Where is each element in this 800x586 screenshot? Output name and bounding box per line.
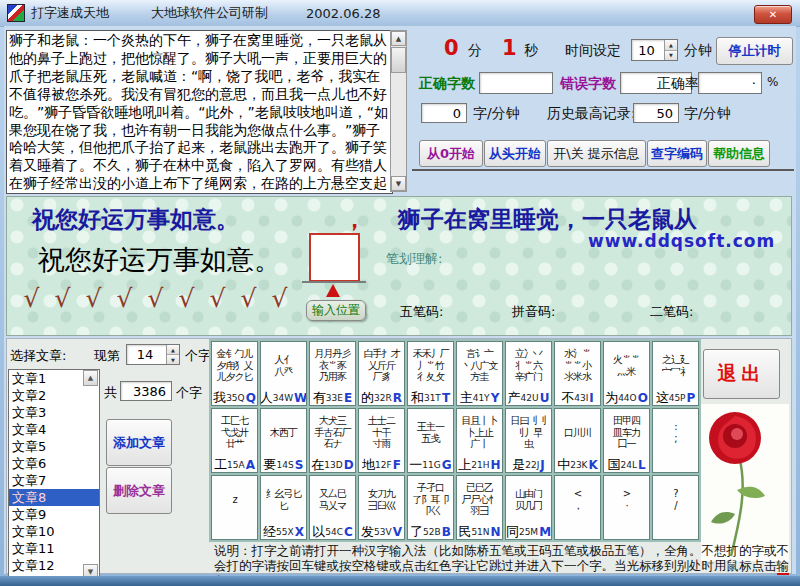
wubi-key-cell[interactable]: 木西丁要14SS: [260, 408, 307, 473]
input-position-box[interactable]: [309, 233, 360, 282]
wubi-roots: 山由门贝几冂: [506, 476, 551, 523]
title-bar[interactable]: 打字速成天地 大地球软件公司研制 2002.06.28: [0, 0, 800, 27]
wubi-key-cell[interactable]: 口川川中23KK: [554, 408, 601, 473]
wubi-key-cell[interactable]: 白手扌才乂斤斤厂豸的32RR: [358, 341, 405, 406]
source-text-area[interactable]: 狮子和老鼠：一个炎热的下午，狮子在窝里睡觉，一只老鼠从他的鼻子上跑过，把他惊醒了…: [6, 30, 393, 194]
current-char[interactable]: ，: [343, 204, 366, 235]
exit-button[interactable]: 退出: [703, 349, 780, 399]
stop-timer-button[interactable]: 停止计时: [716, 37, 793, 65]
input-position-arrow-icon: [326, 284, 340, 297]
wubi-roots: 大犬三手古石厂石ナ: [310, 409, 355, 456]
scroll-thumb[interactable]: [391, 47, 406, 73]
wubi-key-cell[interactable]: 工匚七弋戈廾廿艹工15AA: [211, 408, 258, 473]
spin-down-icon[interactable]: ▼: [665, 51, 677, 61]
wubi-key-label: 地12FF: [359, 456, 404, 472]
wubi-roots: 金钅勹儿夕甪犭乂儿夕ク匕: [212, 342, 257, 389]
close-button[interactable]: ✕: [754, 5, 792, 24]
wubi-roots: 白手扌才乂斤斤厂豸: [359, 342, 404, 389]
spin-up-icon[interactable]: ▲: [665, 40, 677, 51]
current-char-spinner[interactable]: 14 ▲ ▼: [126, 344, 180, 365]
wubi-roots: 已巳乙尸尸心忄羽⺕: [457, 476, 502, 523]
wubi-key-cell[interactable]: 山由门贝几冂同25MM: [505, 475, 552, 540]
wubi-key-label: 主41YY: [457, 389, 502, 405]
wubi-key-cell[interactable]: 目且丨卜卜上止广丨上21HH: [456, 408, 503, 473]
speed-unit-label: 字/分钟: [473, 105, 520, 123]
stats-separator: [412, 169, 794, 171]
wubi-key-cell[interactable]: 月月丹彡衣⺌豕乃用豕有33EE: [309, 341, 356, 406]
scroll-down-button[interactable]: ▼: [391, 176, 406, 191]
checkmarks: √√√√√√√√√: [16, 284, 295, 313]
help-button[interactable]: 帮助信息: [708, 140, 770, 167]
wubi-key-label: 经55XX: [261, 523, 306, 539]
wubi-key-cell[interactable]: <，: [554, 475, 601, 540]
wubi-key-label: 同25MM: [506, 523, 551, 539]
wubi-roots: 纟幺弓匕匕: [261, 476, 306, 523]
wubi-key-cell[interactable]: 又厶巳马乂マ以54CC: [309, 475, 356, 540]
wubi-key-cell[interactable]: 言讠亠丶八广文方圭主41YY: [456, 341, 503, 406]
wubi-key-cell[interactable]: 禾禾丿厂丿⺌竹彳夂攵和31TT: [407, 341, 454, 406]
time-setting-spinner[interactable]: 10 ▲ ▼: [631, 39, 678, 61]
spin-up-icon[interactable]: ▲: [167, 345, 179, 355]
text-scrollbar[interactable]: ▲ ▼: [390, 30, 407, 192]
wubi-key-cell[interactable]: 人亻八癶人34WW: [260, 341, 307, 406]
add-article-button[interactable]: 添加文章: [106, 419, 172, 466]
wubi-key-cell[interactable]: 日曰刂刂刂丿早虫是22JJ: [505, 408, 552, 473]
wubi-key-cell[interactable]: 已巳乙尸尸心忄羽⺕民51NN: [456, 475, 503, 540]
wubi-key-cell[interactable]: 土士二十干寸雨地12FF: [358, 408, 405, 473]
window-date: 2002.06.28: [306, 6, 380, 21]
wubi-roots: z: [212, 476, 257, 523]
wubi-key-cell[interactable]: :;: [652, 408, 699, 473]
wubi-key-label: 的32RR: [359, 389, 404, 405]
wubi-roots: 日曰刂刂刂丿早虫: [506, 409, 551, 456]
wubi-key-label: 以54CC: [310, 523, 355, 539]
wubi-key-label: 是22JJ: [506, 456, 551, 472]
wubi-roots: 言讠亠丶八广文方圭: [457, 342, 502, 389]
wubi-key-label: 不43II: [555, 389, 600, 405]
accuracy-input[interactable]: ·: [698, 72, 762, 94]
wubi-key-cell[interactable]: 王主一五戋一11GG: [407, 408, 454, 473]
check-mark-icon: √: [78, 284, 109, 313]
wubi-key-cell[interactable]: 金钅勹儿夕甪犭乂儿夕ク匕我35QQ: [211, 341, 258, 406]
wubi-key-label: 为44OO: [604, 389, 649, 405]
wubi-key-cell[interactable]: 大犬三手古石厂石ナ在13DD: [309, 408, 356, 473]
rose-image: [701, 404, 789, 561]
wubi-key-cell[interactable]: 立冫丷丬⺌六辛疒门产42UU: [505, 341, 552, 406]
wubi-key-label: 产42UU: [506, 389, 551, 405]
wubi-key-label: 国24LL: [604, 456, 649, 472]
restart-from-top-button[interactable]: 从头开始: [484, 140, 546, 167]
wubi-key-cell[interactable]: 火⺌⺌灬米为44OO: [603, 341, 650, 406]
app-icon: [7, 4, 25, 22]
wubi-key-cell[interactable]: z: [211, 475, 258, 540]
wubi-key-label: [604, 523, 649, 539]
wubi-roots: 田甲四皿车力囗一: [604, 409, 649, 456]
window-bottom-border: [0, 576, 800, 586]
speed-input: 0: [421, 103, 467, 123]
time-setting-label: 时间设定: [565, 42, 621, 60]
wubi-key-label: 我35QQ: [212, 389, 257, 405]
toggle-hint-button[interactable]: 开\关 提示信息: [547, 140, 646, 167]
correct-count-input[interactable]: [479, 72, 553, 94]
wubi-key-cell[interactable]: >·: [603, 475, 650, 540]
wubi-key-cell[interactable]: 田甲四皿车力囗一国24LL: [603, 408, 650, 473]
scroll-up-button[interactable]: ▲: [391, 31, 406, 46]
wubi-grid: 金钅勹儿夕甪犭乂儿夕ク匕我35QQ人亻八癶人34WW月月丹彡衣⺌豕乃用豕有33E…: [209, 339, 701, 542]
delete-article-button[interactable]: 删除文章: [106, 467, 172, 514]
wubi-key-label: 要14SS: [261, 456, 306, 472]
restart-from-zero-button[interactable]: 从0开始: [419, 140, 483, 167]
wubi-key-cell[interactable]: 女刀九彐臼巛发53VV: [358, 475, 405, 540]
record-input: 50: [633, 103, 679, 123]
wubi-key-cell[interactable]: 之辶廴宀冖礻这45PP: [652, 341, 699, 406]
wubi-key-cell[interactable]: ?/: [652, 475, 699, 540]
input-box-underline: [302, 281, 366, 283]
check-mark-icon: √: [171, 284, 202, 313]
wubi-key-cell[interactable]: 纟幺弓匕匕经55XX: [260, 475, 307, 540]
wubi-key-cell[interactable]: 子孑口了阝耳卩卩巜了52BB: [407, 475, 454, 540]
article-list-scrollbar[interactable]: ▲ ▼: [82, 369, 99, 581]
list-scroll-up-button[interactable]: ▲: [83, 370, 98, 386]
input-position-button[interactable]: 输入位置: [306, 300, 366, 321]
wubi-key-cell[interactable]: 水氵⺌⺌⺌小氺米水不43II: [554, 341, 601, 406]
wubi-key-label: [212, 523, 257, 539]
lookup-code-button[interactable]: 查字编码: [647, 140, 707, 167]
spin-down-icon[interactable]: ▼: [167, 355, 179, 364]
wubi-roots: >·: [604, 476, 649, 523]
